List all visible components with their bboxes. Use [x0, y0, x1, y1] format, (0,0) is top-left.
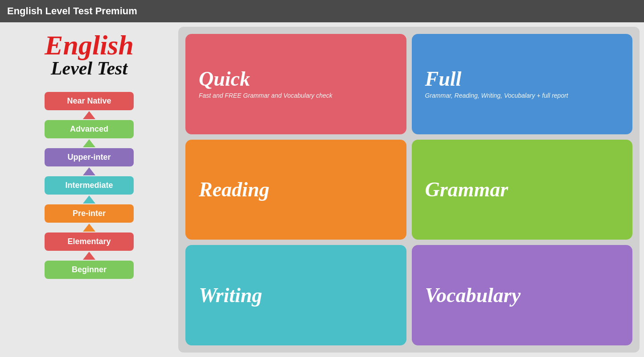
app-title: English Level Test Premium	[7, 5, 137, 17]
quick-test-subtitle: Fast and FREE Grammar and Vocabulary che…	[199, 92, 332, 99]
arrow-elementary	[83, 252, 95, 260]
level-near-native-button[interactable]: Near Native	[45, 92, 134, 110]
main-content: English Level Test Near Native Advanced …	[0, 22, 644, 357]
logo-english: English	[45, 31, 134, 59]
arrow-near-native	[83, 111, 95, 119]
reading-test-title: Reading	[199, 179, 269, 200]
writing-test-title: Writing	[199, 285, 262, 306]
arrow-pre-inter	[83, 224, 95, 232]
quick-test-title: Quick	[199, 69, 250, 89]
level-intermediate-button[interactable]: Intermediate	[45, 176, 134, 195]
quick-test-button[interactable]: Quick Fast and FREE Grammar and Vocabula…	[185, 34, 406, 134]
level-upper-inter-button[interactable]: Upper-inter	[45, 148, 134, 166]
level-pre-inter-button[interactable]: Pre-inter	[45, 204, 134, 223]
left-panel: English Level Test Near Native Advanced …	[4, 27, 174, 353]
level-ladder: Near Native Advanced Upper-inter Interme…	[45, 91, 134, 280]
reading-test-button[interactable]: Reading	[185, 140, 406, 240]
full-test-title: Full	[425, 69, 462, 89]
full-test-subtitle: Grammar, Reading, Writing, Vocubalary + …	[425, 92, 568, 99]
full-test-button[interactable]: Full Grammar, Reading, Writing, Vocubala…	[412, 34, 633, 134]
vocabulary-test-title: Vocabulary	[425, 285, 521, 306]
level-beginner-button[interactable]: Beginner	[45, 261, 134, 279]
logo-level-test: Level Test	[45, 59, 134, 78]
arrow-upper-inter	[83, 167, 95, 175]
grammar-test-title: Grammar	[425, 179, 509, 200]
vocabulary-test-button[interactable]: Vocabulary	[412, 245, 633, 345]
test-grid: Quick Fast and FREE Grammar and Vocabula…	[178, 27, 640, 353]
arrow-intermediate	[83, 195, 95, 203]
title-bar: English Level Test Premium	[0, 0, 644, 22]
arrow-advanced	[83, 139, 95, 147]
level-elementary-button[interactable]: Elementary	[45, 232, 134, 251]
logo-area: English Level Test	[45, 31, 134, 78]
writing-test-button[interactable]: Writing	[185, 245, 406, 345]
grammar-test-button[interactable]: Grammar	[412, 140, 633, 240]
level-advanced-button[interactable]: Advanced	[45, 120, 134, 138]
